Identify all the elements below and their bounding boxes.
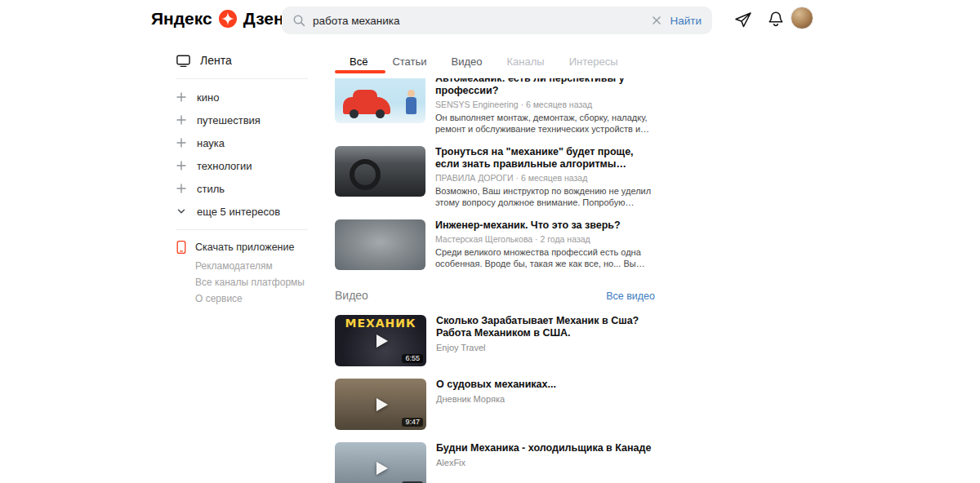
all-channels-link[interactable]: Все каналы платформы: [176, 274, 308, 290]
sidebar-item-label: стиль: [197, 183, 225, 195]
sidebar-more-interests[interactable]: еще 5 интересов: [176, 200, 308, 223]
logo-text-yandex: Яндекс: [151, 9, 212, 29]
sidebar-item-stil[interactable]: стиль: [176, 177, 308, 200]
search-results: Всё Статьи Видео Каналы Интересы Автомех…: [335, 51, 655, 483]
logo-text-zen: Дзен: [243, 9, 284, 29]
sidebar-item-label: наука: [197, 137, 225, 149]
download-app-link[interactable]: Скачать приложение: [176, 237, 308, 258]
video-channel: Дневник Моряка: [436, 394, 655, 404]
tab-interests[interactable]: Интересы: [569, 55, 618, 73]
about-service-label: О сервисе: [195, 293, 243, 304]
result-tabs: Всё Статьи Видео Каналы Интересы: [335, 51, 655, 73]
video-channel: AlexFix: [436, 458, 655, 467]
sidebar-item-label: кино: [197, 91, 219, 104]
play-icon: [371, 331, 390, 351]
sidebar-item-kino[interactable]: кино: [176, 86, 308, 109]
sidebar-item-nauka[interactable]: наука: [176, 131, 308, 154]
cartoon-mechanic-graphic: [408, 90, 415, 97]
play-icon: [371, 459, 390, 478]
tab-articles[interactable]: Статьи: [392, 55, 426, 73]
article-snippet: Он выполняет монтаж, демонтаж, сборку, н…: [435, 113, 655, 135]
video-duration: 9:47: [402, 418, 423, 427]
video-result[interactable]: 1:41 Будни Механика - холодильщика в Кан…: [335, 442, 655, 483]
video-title[interactable]: О судовых механиках...: [436, 379, 655, 391]
video-result[interactable]: 9:47 О судовых механиках... Дневник Моря…: [335, 379, 655, 430]
sidebar-item-label: путешествия: [197, 114, 261, 126]
thumbnail-caption: МЕХАНИК: [335, 317, 426, 330]
article-meta: ПРАВИЛА ДОРОГИ · 6 месяцев назад: [435, 173, 655, 184]
plus-icon: [176, 92, 186, 102]
sidebar-divider: [176, 78, 308, 79]
search-bar: Найти: [282, 7, 712, 34]
sidebar-item-label: технологии: [197, 160, 252, 172]
tab-channels[interactable]: Каналы: [507, 55, 545, 73]
video-channel: Enjoy Travel: [436, 343, 655, 352]
article-thumbnail[interactable]: [335, 78, 425, 123]
tab-video[interactable]: Видео: [452, 55, 483, 73]
article-thumbnail[interactable]: [335, 146, 425, 197]
video-title[interactable]: Будни Механика - холодильщика в Канаде: [436, 442, 655, 454]
zen-logo-icon: [218, 9, 238, 29]
article-title[interactable]: Инженер-механик. Что это за зверь?: [435, 219, 655, 232]
article-result[interactable]: Автомеханик: есть ли перспективы у профе…: [335, 78, 655, 135]
search-submit-button[interactable]: Найти: [670, 15, 702, 27]
article-results: Автомеханик: есть ли перспективы у профе…: [335, 78, 655, 281]
feed-icon: [176, 53, 191, 69]
about-service-link[interactable]: О сервисе: [176, 290, 308, 307]
advertisers-label: Рекламодателям: [195, 260, 273, 272]
article-result[interactable]: Тронуться на "механике" будет проще, есл…: [335, 146, 655, 208]
advertisers-link[interactable]: Рекламодателям: [176, 258, 308, 274]
article-meta: SENSYS Engineering · 6 месяцев назад: [435, 100, 655, 110]
video-title[interactable]: Сколько Зарабатывает Механик в Сша? Рабо…: [436, 315, 655, 339]
plus-icon: [176, 184, 186, 193]
video-thumbnail[interactable]: МЕХАНИК 6:55: [335, 315, 426, 366]
plus-icon: [176, 161, 186, 171]
video-thumbnail[interactable]: 1:41: [335, 442, 426, 483]
plus-icon: [176, 138, 186, 148]
page: Яндекс Дзен Найти: [0, 0, 980, 483]
download-app-label: Скачать приложение: [195, 242, 294, 253]
messages-icon[interactable]: [733, 10, 753, 29]
video-section-title: Видео: [335, 289, 368, 302]
article-title[interactable]: Автомеханик: есть ли перспективы у профе…: [435, 78, 655, 97]
all-videos-link[interactable]: Все видео: [606, 290, 655, 302]
zen-logo[interactable]: Яндекс Дзен: [151, 9, 284, 29]
article-result[interactable]: Инженер-механик. Что это за зверь? Масте…: [335, 219, 655, 270]
notifications-bell-icon[interactable]: [766, 10, 786, 29]
search-icon: [292, 14, 305, 27]
sidebar-more-label: еще 5 интересов: [197, 206, 280, 218]
chevron-down-icon: [176, 206, 186, 216]
video-duration: 6:55: [402, 354, 423, 363]
article-snippet: Возможно, Ваш инструктор по вождению не …: [435, 186, 655, 208]
steering-wheel-graphic: [350, 159, 381, 190]
play-icon: [371, 395, 390, 414]
sidebar-item-tekhnologii[interactable]: технологии: [176, 154, 308, 177]
clear-search-icon[interactable]: [652, 16, 662, 25]
sidebar-divider: [176, 229, 308, 230]
sidebar-item-puteshestviya[interactable]: путешествия: [176, 109, 308, 131]
all-channels-label: Все каналы платформы: [195, 277, 305, 288]
phone-icon: [176, 240, 187, 255]
video-section-header: Видео Все видео: [335, 289, 655, 302]
active-tab-indicator: [335, 70, 385, 73]
sidebar-item-feed[interactable]: Лента: [176, 49, 308, 72]
article-snippet: Среди великого множества профессий есть …: [435, 247, 655, 269]
video-thumbnail[interactable]: 9:47: [335, 379, 426, 430]
article-meta: Мастерская Щеголькова · 2 года назад: [435, 234, 655, 245]
sidebar: Лента кино путешествия наука технологи: [176, 49, 308, 307]
article-thumbnail[interactable]: [335, 219, 425, 270]
search-input[interactable]: [313, 15, 645, 27]
user-avatar[interactable]: [791, 7, 813, 29]
video-result[interactable]: МЕХАНИК 6:55 Сколько Зарабатывает Механи…: [335, 315, 655, 366]
plus-icon: [176, 115, 186, 125]
article-title[interactable]: Тронуться на "механике" будет проще, есл…: [435, 146, 655, 171]
sidebar-feed-label: Лента: [200, 54, 232, 67]
